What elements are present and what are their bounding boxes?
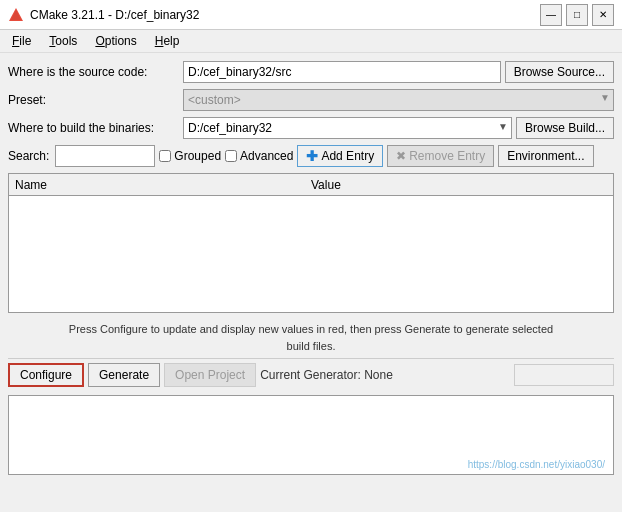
table-header: Name Value	[9, 174, 613, 196]
search-row: Search: Grouped Advanced ✚ Add Entry ✖ R…	[8, 145, 614, 167]
cmake-icon	[8, 7, 24, 23]
source-row: Where is the source code: Browse Source.…	[8, 61, 614, 83]
open-project-button[interactable]: Open Project	[164, 363, 256, 387]
table-value-header: Value	[311, 178, 607, 192]
generate-button[interactable]: Generate	[88, 363, 160, 387]
output-area: https://blog.csdn.net/yixiao030/	[8, 395, 614, 475]
preset-label: Preset:	[8, 93, 183, 107]
environment-button[interactable]: Environment...	[498, 145, 593, 167]
minimize-button[interactable]: —	[540, 4, 562, 26]
build-select[interactable]: D:/cef_binary32	[183, 117, 512, 139]
close-button[interactable]: ✕	[592, 4, 614, 26]
source-label: Where is the source code:	[8, 65, 183, 79]
advanced-checkbox-wrapper: Advanced	[225, 149, 293, 163]
preset-select[interactable]: <custom>	[183, 89, 614, 111]
browse-source-button[interactable]: Browse Source...	[505, 61, 614, 83]
bottom-right-input[interactable]	[514, 364, 614, 386]
window-title: CMake 3.21.1 - D:/cef_binary32	[30, 8, 199, 22]
menu-bar: File Tools Options Help	[0, 30, 622, 53]
browse-build-button[interactable]: Browse Build...	[516, 117, 614, 139]
info-text: Press Configure to update and display ne…	[8, 317, 614, 358]
bottom-row: Configure Generate Open Project Current …	[8, 358, 614, 391]
menu-options[interactable]: Options	[87, 32, 144, 50]
table-area: Name Value	[8, 173, 614, 313]
menu-tools[interactable]: Tools	[41, 32, 85, 50]
advanced-checkbox[interactable]	[225, 150, 237, 162]
main-content: Where is the source code: Browse Source.…	[0, 53, 622, 483]
grouped-checkbox[interactable]	[159, 150, 171, 162]
advanced-label: Advanced	[240, 149, 293, 163]
search-input[interactable]	[55, 145, 155, 167]
add-entry-label: Add Entry	[321, 149, 374, 163]
title-controls: — □ ✕	[540, 4, 614, 26]
table-body	[9, 196, 613, 314]
remove-entry-label: Remove Entry	[409, 149, 485, 163]
current-generator-label: Current Generator: None	[260, 368, 510, 382]
configure-button[interactable]: Configure	[8, 363, 84, 387]
build-label: Where to build the binaries:	[8, 121, 183, 135]
maximize-button[interactable]: □	[566, 4, 588, 26]
remove-icon: ✖	[396, 149, 406, 163]
title-bar: CMake 3.21.1 - D:/cef_binary32 — □ ✕	[0, 0, 622, 30]
grouped-checkbox-wrapper: Grouped	[159, 149, 221, 163]
table-name-header: Name	[15, 178, 311, 192]
preset-wrapper: <custom> ▼	[183, 89, 614, 111]
watermark-text: https://blog.csdn.net/yixiao030/	[468, 459, 605, 470]
menu-file[interactable]: File	[4, 32, 39, 50]
menu-help[interactable]: Help	[147, 32, 188, 50]
preset-row: Preset: <custom> ▼	[8, 89, 614, 111]
title-bar-left: CMake 3.21.1 - D:/cef_binary32	[8, 7, 199, 23]
source-input[interactable]	[183, 61, 501, 83]
build-select-wrapper: D:/cef_binary32 ▼	[183, 117, 512, 139]
build-row: Where to build the binaries: D:/cef_bina…	[8, 117, 614, 139]
add-icon: ✚	[306, 148, 318, 164]
add-entry-button[interactable]: ✚ Add Entry	[297, 145, 383, 167]
remove-entry-button[interactable]: ✖ Remove Entry	[387, 145, 494, 167]
grouped-label: Grouped	[174, 149, 221, 163]
search-label: Search:	[8, 149, 49, 163]
